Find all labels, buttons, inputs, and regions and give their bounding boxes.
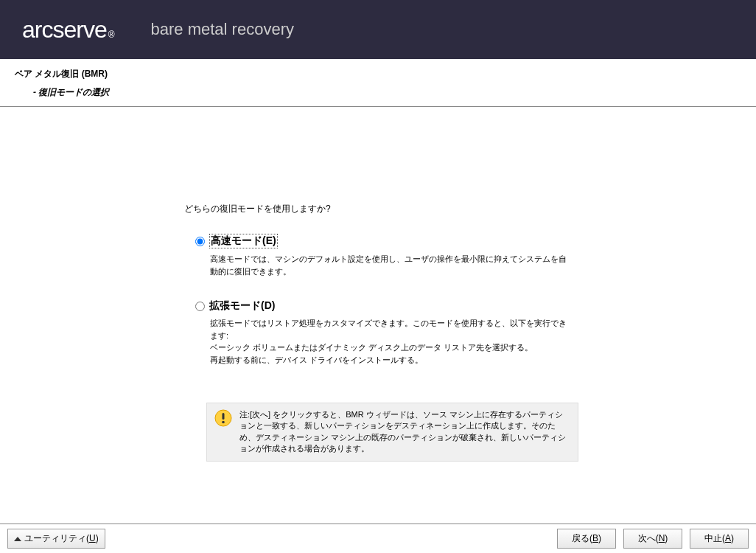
radio-advanced[interactable] (195, 302, 205, 311)
footer: ユーティリティ(U) 戻る(B) 次へ(N) 中止(A) (0, 524, 756, 553)
breadcrumb-title: ベア メタル復旧 (BMR) (0, 59, 756, 86)
option-advanced: 拡張モード(D) 拡張モードではリストア処理をカスタマイズできます。このモードを… (195, 299, 756, 366)
option-express-desc: 高速モードでは、マシンのデフォルト設定を使用し、ユーザの操作を最小限に抑えてシス… (210, 253, 571, 277)
option-express: 高速モード(E) 高速モードでは、マシンのデフォルト設定を使用し、ユーザの操作を… (195, 234, 756, 277)
note-text: 注:[次へ] をクリックすると、BMR ウィザードは、ソース マシン上に存在する… (239, 409, 570, 455)
warning-icon (214, 409, 232, 427)
svg-point-2 (222, 421, 225, 424)
note-box: 注:[次へ] をクリックすると、BMR ウィザードは、ソース マシン上に存在する… (206, 403, 578, 462)
question-text: どちらの復旧モードを使用しますか? (184, 203, 756, 215)
utility-button[interactable]: ユーティリティ(U) (7, 529, 105, 549)
back-button[interactable]: 戻る(B) (557, 529, 616, 549)
option-advanced-desc: 拡張モードではリストア処理をカスタマイズできます。このモードを使用すると、以下を… (210, 317, 571, 366)
logo: arcserve ® (22, 16, 114, 44)
breadcrumb-sub: - 復旧モードの選択 (0, 86, 756, 106)
option-express-label[interactable]: 高速モード(E) (209, 234, 278, 248)
option-group: 高速モード(E) 高速モードでは、マシンのデフォルト設定を使用し、ユーザの操作を… (195, 234, 756, 462)
logo-text: arcserve (22, 16, 107, 44)
header-bar: arcserve ® bare metal recovery (0, 0, 756, 59)
registered-mark: ® (108, 29, 114, 40)
app-subtitle: bare metal recovery (151, 20, 294, 39)
abort-button[interactable]: 中止(A) (690, 529, 749, 549)
main-content: どちらの復旧モードを使用しますか? 高速モード(E) 高速モードでは、マシンのデ… (0, 107, 756, 462)
next-button[interactable]: 次へ(N) (623, 529, 682, 549)
svg-rect-1 (223, 413, 225, 420)
radio-express[interactable] (195, 237, 205, 246)
chevron-up-icon (14, 537, 21, 541)
option-advanced-label[interactable]: 拡張モード(D) (209, 299, 275, 313)
